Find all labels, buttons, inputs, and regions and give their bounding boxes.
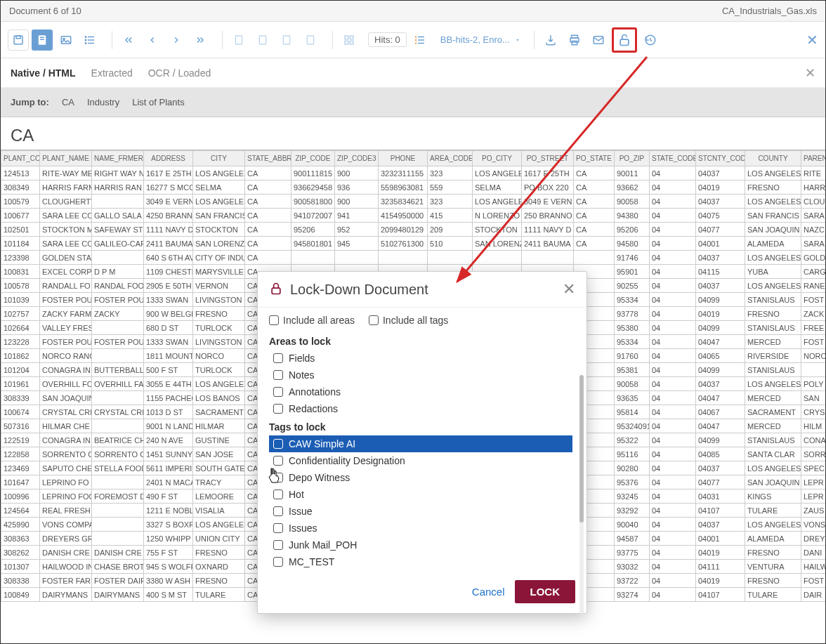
dropdown-label: BB-hits-2, Enro... — [440, 34, 510, 45]
dialog-close-icon[interactable]: ✕ — [563, 280, 575, 298]
column-header[interactable]: STATE_CODE — [650, 151, 696, 166]
tab-ocr[interactable]: OCR / Loaded — [148, 67, 211, 79]
column-header[interactable]: PO_CITY — [473, 151, 522, 166]
dialog-title: Lock-Down Document — [290, 282, 428, 298]
email-icon[interactable] — [588, 29, 609, 51]
doc-icon-1 — [228, 29, 249, 51]
jump-link-ca[interactable]: CA — [62, 97, 74, 107]
grid-icon[interactable] — [339, 29, 360, 51]
lock-option[interactable]: Redactions — [269, 400, 572, 417]
column-header[interactable]: ZIP_CODE3 — [335, 151, 379, 166]
lock-dialog-icon — [269, 282, 283, 298]
list-view-icon[interactable] — [79, 29, 100, 51]
jump-link-plants[interactable]: List of Plants — [132, 97, 184, 107]
highlight-set-dropdown[interactable]: BB-hits-2, Enro... — [433, 33, 528, 46]
lock-option[interactable]: Issues — [269, 520, 572, 537]
tab-native[interactable]: Native / HTML — [11, 67, 76, 79]
svg-rect-0 — [14, 36, 22, 44]
column-header[interactable]: STCNTY_CODE — [696, 151, 745, 166]
image-view-icon[interactable] — [55, 29, 77, 51]
lock-option[interactable]: Annotations — [269, 383, 572, 400]
doc-counter: Document 6 of 10 — [9, 6, 81, 16]
column-header[interactable]: PO_STREET — [522, 151, 574, 166]
caret-down-icon — [514, 37, 521, 44]
list-heading: Tags to lock — [269, 421, 572, 433]
svg-rect-20 — [350, 41, 353, 44]
jump-label: Jump to: — [11, 97, 49, 107]
svg-rect-13 — [235, 36, 242, 44]
svg-rect-16 — [307, 36, 313, 44]
column-header[interactable]: PARENT — [801, 151, 826, 166]
print-icon[interactable] — [564, 29, 585, 51]
doc-icon-3 — [276, 29, 297, 51]
view-tabs: Native / HTML Extracted OCR / Loaded ✕ — [1, 58, 825, 88]
table-row[interactable]: 308349HARRIS FARMHARRIS RAN16277 S MCCSE… — [1, 180, 826, 195]
svg-point-12 — [85, 42, 86, 44]
column-header[interactable]: PO_STATE — [574, 151, 615, 166]
svg-rect-19 — [345, 41, 348, 44]
last-page-icon[interactable] — [190, 29, 211, 51]
table-row[interactable]: 124513RITE-WAY MERIGHT WAY N1617 E 25THL… — [1, 166, 826, 180]
column-header[interactable]: PO_ZIP — [615, 151, 650, 166]
lock-option[interactable]: MC_TEST — [269, 553, 572, 570]
svg-rect-1 — [16, 36, 20, 39]
cancel-button[interactable]: Cancel — [472, 586, 505, 598]
list-highlight-icon[interactable] — [409, 29, 431, 51]
list-heading: Areas to lock — [269, 336, 572, 347]
next-page-icon[interactable] — [166, 29, 187, 51]
doc-icon-2 — [252, 29, 273, 51]
svg-rect-31 — [620, 39, 629, 45]
lock-down-dialog: Lock-Down Document ✕ Include all areas I… — [257, 271, 587, 614]
include-all-areas-checkbox[interactable]: Include all areas — [269, 315, 355, 326]
lock-option[interactable]: CAW Simple AI — [269, 435, 572, 452]
table-row[interactable]: 100579CLOUGHERTY3049 E VERNLOS ANGELESCA… — [1, 195, 826, 209]
dialog-scrollbar-thumb[interactable] — [579, 375, 584, 523]
column-header[interactable]: PHONE — [379, 151, 428, 166]
jump-link-industry[interactable]: Industry — [87, 97, 119, 107]
svg-point-26 — [415, 42, 417, 44]
svg-point-24 — [415, 36, 417, 37]
svg-rect-32 — [272, 288, 280, 294]
column-header[interactable]: PLANT_CODE — [1, 151, 40, 166]
lock-option[interactable]: Junk Mail_POH — [269, 537, 572, 553]
column-header[interactable]: CITY — [193, 151, 245, 166]
save-icon[interactable] — [8, 29, 29, 51]
lock-button[interactable]: LOCK — [515, 580, 576, 603]
column-header[interactable]: AREA_CODE — [428, 151, 473, 166]
lock-option[interactable]: Notes — [269, 367, 572, 383]
column-header[interactable]: NAME_FRMER — [92, 151, 144, 166]
svg-point-25 — [415, 39, 417, 40]
first-page-icon[interactable] — [118, 29, 139, 51]
page-view-icon[interactable] — [32, 29, 53, 51]
file-name: CA_Industrials_Gas.xls — [722, 6, 817, 16]
lock-option[interactable]: Confidentiality Designation — [269, 452, 572, 469]
lock-option[interactable]: Hot — [269, 486, 572, 503]
svg-rect-3 — [40, 37, 44, 38]
column-header[interactable]: STATE_ABBR — [245, 151, 291, 166]
prev-page-icon[interactable] — [142, 29, 163, 51]
tab-extracted[interactable]: Extracted — [91, 67, 133, 79]
table-row[interactable]: 123398GOLDEN STA640 S 6TH AVCITY OF INDU… — [1, 251, 826, 265]
column-header[interactable]: PLANT_NAME — [40, 151, 92, 166]
download-icon[interactable] — [540, 29, 561, 51]
table-row[interactable]: 101184SARA LEE COGALILEO-CAR2411 BAUMASA… — [1, 237, 826, 251]
include-all-tags-checkbox[interactable]: Include all tags — [369, 315, 448, 326]
table-row[interactable]: 102501STOCKTON MSAFEWAY ST1111 NAVY DSTO… — [1, 223, 826, 237]
svg-point-10 — [85, 36, 86, 37]
lock-option[interactable]: Depo Witness — [269, 469, 572, 486]
lock-option[interactable]: Issue — [269, 503, 572, 520]
svg-point-11 — [85, 39, 86, 41]
table-row[interactable]: 100677SARA LEE COGALLO SALA4250 BRANNASA… — [1, 209, 826, 223]
column-header[interactable]: ZIP_CODE — [291, 151, 335, 166]
doc-icon-4 — [300, 29, 321, 51]
header-bar: Document 6 of 10 CA_Industrials_Gas.xls — [1, 1, 825, 22]
svg-rect-18 — [350, 36, 353, 39]
lock-icon[interactable] — [612, 27, 637, 53]
close-viewer-icon[interactable]: ✕ — [806, 32, 818, 48]
column-header[interactable]: COUNTY — [745, 151, 801, 166]
tabs-close-icon[interactable]: ✕ — [805, 65, 815, 81]
history-icon[interactable] — [640, 29, 661, 51]
svg-rect-4 — [40, 39, 44, 40]
lock-option[interactable]: Fields — [269, 350, 572, 367]
column-header[interactable]: ADDRESS — [144, 151, 193, 166]
